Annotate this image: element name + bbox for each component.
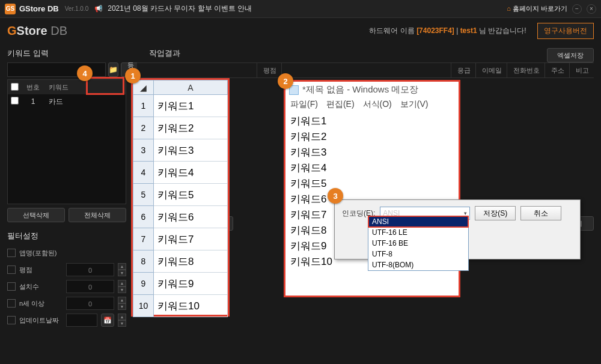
highlight-register <box>86 77 124 95</box>
spinner-up-icon[interactable]: ▲ <box>118 280 126 287</box>
notepad-menu: 파일(F) 편집(E) 서식(O) 보기(V) <box>285 98 459 114</box>
excel-cell[interactable]: 키워드7 <box>154 228 228 250</box>
calendar-button[interactable]: 📅 <box>101 314 114 327</box>
notepad-line: 키워드1 <box>290 114 454 129</box>
excel-cell[interactable]: 키워드5 <box>154 184 228 206</box>
menu-edit[interactable]: 편집(E) <box>326 99 355 110</box>
license-button[interactable]: 영구사용버전 <box>537 23 594 39</box>
col-email: 이메일 <box>477 63 507 77</box>
filter-date-label: 업데이트날짜 <box>19 316 63 325</box>
notepad-line: 키워드3 <box>290 145 454 160</box>
keyword-table: 번호 키워드 1 카드 <box>7 79 126 204</box>
notepad-line: 키워드4 <box>290 160 454 176</box>
excel-row-num: 6 <box>133 206 154 228</box>
row-no: 1 <box>21 97 45 106</box>
excel-save-button[interactable]: 엑셀저장 <box>547 48 594 62</box>
excel-row-num: 3 <box>133 139 154 162</box>
open-file-button[interactable]: 📁 <box>108 62 118 77</box>
delete-all-button[interactable]: 전체삭제 <box>69 208 126 222</box>
select-all-checkbox[interactable] <box>11 83 19 91</box>
filter-rating-checkbox[interactable] <box>7 265 16 274</box>
excel-row-num: 8 <box>133 250 154 273</box>
encoding-dropdown[interactable]: ANSI UTF-16 LE UTF-16 BE UTF-8 UTF-8(BOM… <box>368 216 469 271</box>
callout-4: 4 <box>77 65 93 81</box>
excel-cell[interactable]: 키워드3 <box>154 139 228 162</box>
spinner-down-icon[interactable]: ▼ <box>118 270 126 276</box>
minimize-button[interactable]: − <box>572 4 582 14</box>
welcome-message: 하드웨어 이름 [74023FF4] | test1 님 반갑습니다! 영구사용… <box>369 23 594 39</box>
filter-installs-value[interactable]: 0 <box>66 280 114 293</box>
app-name: GStore DB <box>19 4 59 13</box>
filter-title: 필터설정 <box>7 231 126 241</box>
excel-row-num: 9 <box>133 273 154 295</box>
filter-date-checkbox[interactable] <box>7 316 16 324</box>
excel-cell[interactable]: 키워드9 <box>154 273 228 295</box>
keyword-panel-title: 키워드 입력 <box>7 48 49 59</box>
save-button[interactable]: 저장(S) <box>475 206 516 220</box>
table-row[interactable]: 1 카드 <box>8 94 126 109</box>
cancel-button[interactable]: 취소 <box>520 206 561 220</box>
encoding-option-utf16le[interactable]: UTF-16 LE <box>368 227 468 238</box>
calendar-icon: 📅 <box>103 317 112 324</box>
excel-cell[interactable]: 키워드8 <box>154 250 228 273</box>
spinner-down-icon[interactable]: ▼ <box>118 303 126 310</box>
announcement-text: 2021년 08월 카드사 무이자 할부 이벤트 안내 <box>108 4 252 14</box>
spinner-up-icon[interactable]: ▲ <box>118 314 126 320</box>
excel-cell[interactable]: 키워드4 <box>154 162 228 184</box>
subheader: GStore DB 하드웨어 이름 [74023FF4] | test1 님 반… <box>0 18 601 43</box>
filter-age-value[interactable]: 0 <box>66 297 114 310</box>
username: test1 <box>460 26 477 35</box>
excel-cell[interactable]: 키워드6 <box>154 206 228 228</box>
speaker-icon: 📢 <box>94 5 103 13</box>
encoding-option-ansi[interactable]: ANSI <box>368 216 468 227</box>
encoding-option-utf16be[interactable]: UTF-16 BE <box>368 238 468 249</box>
row-checkbox[interactable] <box>11 97 19 105</box>
excel-row-num: 7 <box>133 228 154 250</box>
notepad-line: 키워드5 <box>290 176 454 192</box>
homepage-link[interactable]: ⌂ 홈페이지 바로가기 <box>507 4 567 13</box>
excel-cell[interactable]: 키워드1 <box>154 95 228 117</box>
col-note: 비고 <box>571 63 594 77</box>
hardware-id: [74023FF4] <box>416 26 454 35</box>
filter-age-label: n세 이상 <box>19 299 63 308</box>
app-version: Ver.1.0.0 <box>65 5 88 12</box>
notepad-titlebar: *제목 없음 - Windows 메모장 <box>285 82 459 98</box>
encoding-option-utf8bom[interactable]: UTF-8(BOM) <box>368 259 468 270</box>
titlebar: GS GStore DB Ver.1.0.0 📢 2021년 08월 카드사 무… <box>0 0 601 18</box>
excel-cell[interactable]: 키워드2 <box>154 117 228 139</box>
filter-appname-label: 앱명(포함된) <box>19 249 63 258</box>
result-title: 작업결과 <box>137 48 594 59</box>
menu-file[interactable]: 파일(F) <box>290 99 318 110</box>
filter-installs-label: 설치수 <box>19 282 63 291</box>
encoding-option-utf8[interactable]: UTF-8 <box>368 249 468 259</box>
filter-installs-checkbox[interactable] <box>7 282 16 291</box>
filter-age-checkbox[interactable] <box>7 299 16 308</box>
excel-cell[interactable]: 키워드10 <box>154 295 228 317</box>
filter-rating-label: 평점 <box>19 265 63 275</box>
col-header-no: 번호 <box>21 83 45 92</box>
filter-rating-value[interactable]: 0 <box>66 263 114 276</box>
excel-row-num: 5 <box>133 184 154 206</box>
callout-2: 2 <box>278 73 293 89</box>
spinner-down-icon[interactable]: ▼ <box>118 287 126 293</box>
result-columns: 평점 응급 이메일 전화번호 주소 비고 <box>137 62 594 78</box>
delete-selected-button[interactable]: 선택삭제 <box>7 208 65 222</box>
col-phone: 전화번호 <box>508 63 545 77</box>
spinner-up-icon[interactable]: ▲ <box>118 297 126 303</box>
spinner-down-icon[interactable]: ▼ <box>118 320 126 327</box>
col-address: 주소 <box>546 63 570 77</box>
filter-appname-checkbox[interactable] <box>7 249 16 257</box>
menu-view[interactable]: 보기(V) <box>400 99 429 110</box>
excel-row-num: 4 <box>133 162 154 184</box>
col-rating: 평점 <box>258 63 282 77</box>
menu-format[interactable]: 서식(O) <box>363 99 392 110</box>
close-button[interactable]: × <box>587 4 596 14</box>
app-logo: GS <box>5 4 16 14</box>
row-keyword: 카드 <box>45 97 126 107</box>
filter-date-value[interactable] <box>66 314 97 327</box>
spinner-up-icon[interactable]: ▲ <box>118 263 126 270</box>
excel-overlay: ◢A 1키워드12키워드23키워드34키워드45키워드56키워드67키워드78키… <box>131 78 230 317</box>
col-emergency: 응급 <box>453 63 476 77</box>
filter-panel: 필터설정 앱명(포함된) 평점 0 ▲▼ 설치수 0 ▲▼ n세 이상 0 <box>7 231 126 328</box>
excel-row-num: 2 <box>133 117 154 139</box>
